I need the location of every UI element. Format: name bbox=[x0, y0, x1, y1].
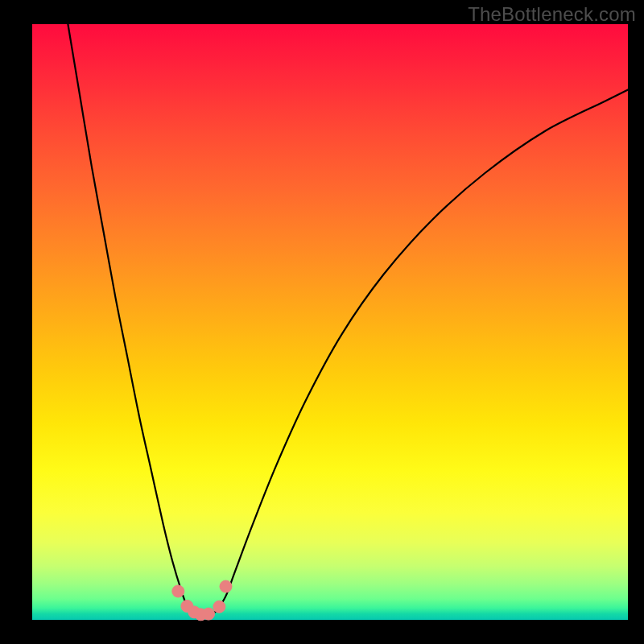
watermark-text: TheBottleneck.com bbox=[468, 3, 636, 26]
bottleneck-curve-right bbox=[217, 89, 628, 611]
valley-marker bbox=[220, 580, 232, 592]
bottleneck-curve-left bbox=[68, 24, 192, 613]
valley-marker bbox=[213, 601, 225, 613]
plot-area bbox=[32, 24, 628, 620]
valley-marker bbox=[203, 608, 215, 620]
valley-marker bbox=[172, 585, 184, 597]
curve-layer bbox=[32, 24, 628, 620]
chart-frame: TheBottleneck.com bbox=[0, 0, 644, 644]
